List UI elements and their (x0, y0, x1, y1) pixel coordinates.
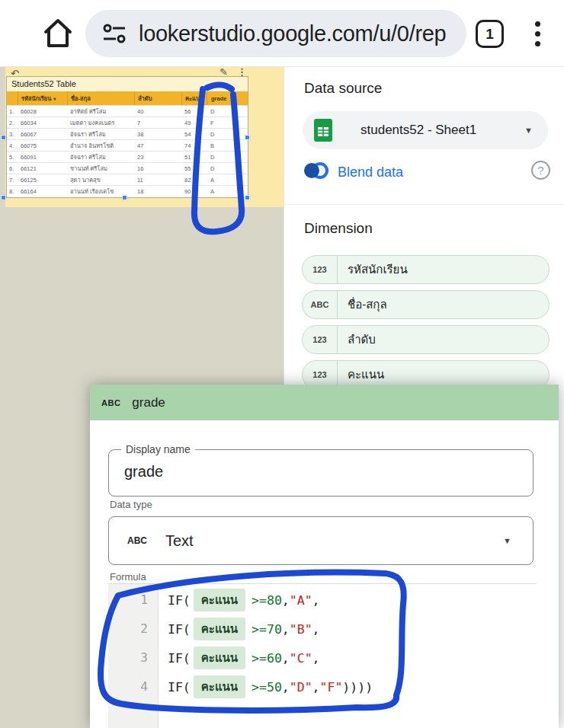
field-chip[interactable]: คะแนน (194, 647, 245, 669)
table-row: 3.66067อัจฉรา ศรีโสม3854D (7, 128, 248, 139)
formula-code[interactable]: IF(คะแนน>=80,"A", IF(คะแนน>=70,"B", IF(ค… (159, 584, 537, 728)
browser-chrome: lookerstudio.google.com/u/0/rep 1 (0, 0, 564, 67)
data-type-select[interactable]: ABC Text ▼ (108, 516, 534, 565)
data-type-label: Data type (110, 499, 152, 510)
formula-line: IF(คะแนน>=70,"B", (159, 615, 537, 643)
field-type-badge: 123 (303, 256, 338, 283)
blend-data-button[interactable]: Blend data (303, 160, 403, 184)
looker-studio-mobile-screen: lookerstudio.google.com/u/0/rep 1 ↶ ✎ ⋮ … (0, 0, 564, 728)
formula-line: IF(คะแนน>=60,"C", (159, 643, 537, 672)
col-header-order[interactable]: ลำดับ (134, 91, 181, 105)
home-icon[interactable] (41, 17, 75, 50)
dimension-field-chip[interactable]: 123 ลำดับ (302, 325, 550, 354)
data-type-value: Text (165, 532, 194, 550)
selection-handle[interactable] (245, 135, 250, 140)
table-row: 7.66125สุดา นาคสุข1182A (7, 174, 248, 185)
field-label: คะแนน (338, 366, 384, 384)
display-name-field[interactable]: Display name grade (108, 449, 534, 497)
tab-count: 1 (485, 26, 494, 43)
table-row: 2.66034เมตตา มงคลเนตร749F (7, 117, 248, 128)
field-type-badge: ABC (101, 398, 120, 407)
google-sheets-icon (313, 118, 333, 142)
col-header-student-id[interactable]: รหัสนักเรียน▾ (18, 91, 67, 105)
help-icon[interactable]: ? (531, 161, 550, 180)
text-type-icon: ABC (127, 535, 147, 546)
table-row: 5.66091อัจฉรา ศรีโสม2351D (7, 151, 248, 162)
field-label: รหัสนักเรียน (338, 260, 408, 279)
line-number: 3 (108, 643, 158, 672)
dimension-heading: Dimension (304, 220, 373, 237)
line-number: 4 (108, 672, 158, 701)
col-header-score[interactable]: คะแนน (181, 91, 207, 105)
selection-handle[interactable] (245, 195, 250, 200)
formula-line: IF(คะแนน>=80,"A", (159, 586, 537, 615)
field-type-badge: 123 (303, 326, 338, 353)
section-divider (284, 204, 564, 205)
dimension-field-chip[interactable]: 123 รหัสนักเรียน (302, 255, 550, 284)
chevron-down-icon[interactable]: ▼ (524, 126, 533, 135)
address-bar[interactable]: lookerstudio.google.com/u/0/rep (85, 10, 466, 57)
data-source-heading: Data source (304, 80, 382, 97)
display-name-label: Display name (121, 443, 195, 455)
field-type-badge: ABC (303, 291, 338, 318)
formula-editor[interactable]: 1 2 3 4 IF(คะแนน>=80,"A", IF(คะแนน>=70,"… (108, 583, 537, 728)
browser-menu-icon[interactable] (535, 19, 540, 49)
line-number-gutter: 1 2 3 4 (108, 584, 159, 728)
site-settings-icon (102, 23, 127, 44)
field-chip[interactable]: คะแนน (194, 618, 245, 640)
field-chip[interactable]: คะแนน (194, 675, 245, 698)
line-number: 2 (108, 615, 158, 643)
blend-data-label: Blend data (338, 164, 403, 180)
formula-label: Formula (110, 571, 146, 583)
dimension-field-chip[interactable]: ABC ชื่อ-สกุล (302, 290, 550, 319)
col-header-name[interactable]: ชื่อ-สกุล (67, 91, 134, 105)
data-source-selector[interactable]: students52 - Sheet1 ▼ (303, 111, 548, 149)
table-row: 1.66028อาทิตย์ ศรีโสม4056D (7, 105, 248, 117)
table-header-row: รหัสนักเรียน▾ ชื่อ-สกุล ลำดับ คะแนน grad… (7, 91, 248, 105)
field-label: ชื่อ-สกุล (338, 295, 387, 314)
tab-switcher-button[interactable]: 1 (476, 20, 504, 48)
formula-line: IF(คะแนน>=50,"D","F")))) (159, 672, 537, 701)
field-chip[interactable]: คะแนน (194, 589, 245, 611)
table-title: Students52 Table (7, 77, 248, 91)
sort-down-icon: ▾ (53, 96, 56, 101)
table-row: 6.66121ชานนท์ ศรีโสม1655D (7, 162, 248, 174)
selection-handle[interactable] (1, 195, 6, 200)
col-header-grade[interactable]: grade (207, 91, 248, 105)
blend-data-icon (303, 160, 330, 184)
table-chart[interactable]: Students52 Table รหัสนักเรียน▾ ชื่อ-สกุล… (6, 76, 248, 198)
field-label: ลำดับ (338, 330, 376, 349)
selection-handle[interactable] (122, 195, 127, 200)
line-number: 1 (108, 586, 158, 615)
field-editor-title: grade (132, 395, 165, 410)
field-editor-header: ABC grade (90, 385, 559, 420)
field-editor-dialog: ABC grade Display name grade Data type A… (90, 385, 559, 728)
data-source-name: students52 - Sheet1 (361, 123, 476, 138)
url-text: lookerstudio.google.com/u/0/rep (139, 21, 446, 46)
table-row: 8.66164อานนท์ เรืองเดโช1890A (7, 185, 248, 196)
table-row: 4.66075อำนาจ อินทรโชติ4774B (7, 139, 248, 151)
chevron-down-icon: ▼ (503, 536, 511, 545)
selection-handle[interactable] (1, 135, 6, 140)
